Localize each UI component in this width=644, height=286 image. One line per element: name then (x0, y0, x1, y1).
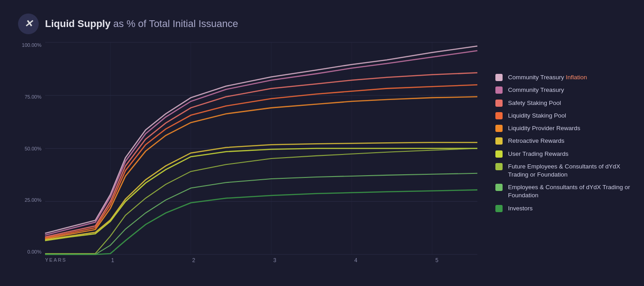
chart-svg (45, 42, 477, 254)
legend-swatch-user-trading-rewards (495, 150, 503, 158)
legend-accent-inflation: Inflation (566, 74, 587, 81)
y-label-50: 50.00% (25, 146, 41, 151)
y-label-0: 0.00% (27, 249, 41, 254)
legend-item-retroactive-rewards: Retroactive Rewards (495, 135, 630, 147)
line-safety-staking-pool (45, 73, 477, 237)
legend-item-community-treasury: Community Treasury (495, 84, 630, 96)
legend-item-safety-staking-pool: Safety Staking Pool (495, 97, 630, 109)
legend-swatch-community-treasury (495, 86, 503, 94)
chart-title: Liquid Supply as % of Total Initial Issu… (45, 18, 238, 30)
legend-item-community-treasury-inflation: Community Treasury Inflation (495, 71, 630, 84)
legend-label-retroactive-rewards: Retroactive Rewards (508, 137, 564, 145)
line-future-employees (45, 149, 477, 254)
x-labels: YEARS 1 2 3 4 5 (45, 254, 477, 263)
legend-label-safety-staking-pool: Safety Staking Pool (508, 99, 561, 107)
legend-swatch-safety-staking-pool (495, 100, 503, 107)
x-axis: YEARS 1 2 3 4 5 (45, 254, 477, 272)
legend-swatch-future-employees (495, 163, 503, 170)
legend-item-liquidity-provider-rewards: Liquidity Provider Rewards (495, 122, 630, 135)
x-label-2: 2 (153, 257, 234, 263)
legend-swatch-retroactive-rewards (495, 137, 503, 145)
legend-swatch-liquidity-staking-pool (495, 112, 503, 119)
legend-label-community-treasury-inflation: Community Treasury Inflation (508, 73, 587, 82)
legend-label-liquidity-staking-pool: Liquidity Staking Pool (508, 112, 566, 120)
y-label-75: 75.00% (25, 94, 41, 100)
legend-section: Community Treasury Inflation Community T… (491, 9, 630, 277)
legend-label-community-treasury: Community Treasury (508, 86, 564, 94)
x-label-years: YEARS (45, 257, 72, 263)
legend-swatch-investors (495, 205, 503, 212)
x-label-3: 3 (234, 257, 315, 263)
legend-item-investors: Investors (495, 202, 630, 215)
legend-label-employees: Employees & Consultants of dYdX Trading … (508, 183, 630, 200)
legend-label-user-trading-rewards: User Trading Rewards (508, 150, 568, 158)
legend-item-future-employees: Future Employees & Consultants of dYdX T… (495, 160, 630, 181)
legend-item-user-trading-rewards: User Trading Rewards (495, 148, 630, 160)
line-liquidity-provider-rewards (45, 97, 477, 239)
logo-icon: ✕ (24, 18, 32, 30)
chart-header: ✕ Liquid Supply as % of Total Initial Is… (14, 14, 482, 34)
logo-circle: ✕ (18, 14, 39, 34)
legend-label-liquidity-provider-rewards: Liquidity Provider Rewards (508, 124, 581, 132)
line-liquidity-staking-pool (45, 85, 477, 238)
x-label-4: 4 (315, 257, 396, 263)
x-label-1: 1 (72, 257, 153, 263)
main-container: ✕ Liquid Supply as % of Total Initial Is… (0, 0, 644, 286)
chart-area: 100.00% 75.00% 50.00% 25.00% 0.00% (18, 42, 482, 272)
chart-title-bold: Liquid Supply (45, 18, 110, 29)
chart-inner (45, 42, 477, 254)
legend-label-future-employees: Future Employees & Consultants of dYdX T… (508, 163, 630, 179)
legend-item-liquidity-staking-pool: Liquidity Staking Pool (495, 109, 630, 122)
chart-section: ✕ Liquid Supply as % of Total Initial Is… (14, 9, 482, 277)
legend-item-employees: Employees & Consultants of dYdX Trading … (495, 181, 630, 202)
legend-swatch-community-treasury-inflation (495, 74, 503, 81)
chart-title-light: as % of Total Initial Issuance (110, 18, 238, 29)
y-label-100: 100.00% (22, 42, 41, 48)
legend-swatch-employees (495, 184, 503, 191)
line-employees (45, 173, 477, 254)
x-label-5: 5 (396, 257, 477, 263)
y-axis: 100.00% 75.00% 50.00% 25.00% 0.00% (18, 42, 45, 254)
legend-label-investors: Investors (508, 204, 533, 213)
legend-swatch-liquidity-provider-rewards (495, 125, 503, 132)
y-label-25: 25.00% (25, 197, 41, 203)
